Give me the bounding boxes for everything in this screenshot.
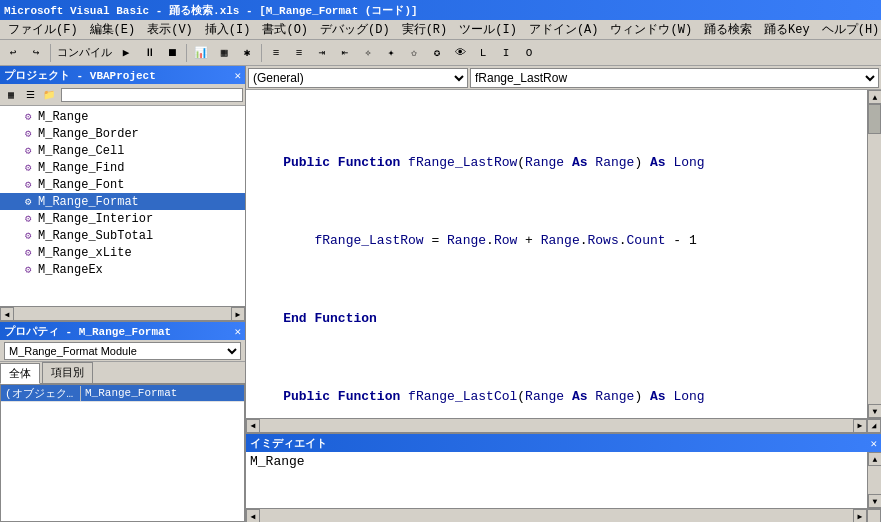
immediate-close[interactable]: ✕ bbox=[870, 437, 877, 450]
toolbar-watch[interactable]: 👁 bbox=[449, 42, 471, 64]
module-icon: ⚙ bbox=[20, 262, 36, 278]
menu-search1[interactable]: 踊る検索 bbox=[698, 19, 758, 40]
imm-vscroll-up[interactable]: ▲ bbox=[868, 452, 881, 466]
toolbar-undo[interactable]: ↩ bbox=[2, 42, 24, 64]
properties-panel: プロパティ - M_Range_Format ✕ M_Range_Format … bbox=[0, 322, 245, 522]
vscroll-track[interactable] bbox=[868, 104, 881, 404]
module-icon: ⚙ bbox=[20, 177, 36, 193]
imm-vscroll-track[interactable] bbox=[868, 466, 881, 494]
toolbar-form[interactable]: ▦ bbox=[213, 42, 235, 64]
props-row-name[interactable]: (オブジェクト名) M_Range_Format bbox=[1, 385, 244, 402]
properties-title: プロパティ - M_Range_Format bbox=[4, 324, 171, 339]
toolbar-cursor[interactable]: ✱ bbox=[236, 42, 258, 64]
code-line: Public Function fRange_LastCol(Range As … bbox=[252, 387, 861, 407]
immediate-panel: イミディエイト ✕ M_Range ▲ ▼ ◀ ▶ bbox=[246, 432, 881, 522]
project-title: プロジェクト - VBAProject bbox=[4, 68, 156, 83]
project-tree: ⚙ M_Range ⚙ M_Range_Border ⚙ M_Range_Cel… bbox=[0, 106, 245, 306]
hscroll-left2[interactable]: ◀ bbox=[246, 419, 260, 433]
hscroll-right[interactable]: ▶ bbox=[231, 307, 245, 321]
module-icon: ⚙ bbox=[20, 228, 36, 244]
imm-hscroll-container: ◀ ▶ bbox=[246, 509, 881, 522]
tree-item-M_Range_Font[interactable]: ⚙ M_Range_Font bbox=[0, 176, 245, 193]
toolbar-imm[interactable]: I bbox=[495, 42, 517, 64]
props-key: (オブジェクト名) bbox=[1, 386, 81, 401]
hscroll-track2[interactable] bbox=[260, 421, 853, 431]
tab-items[interactable]: 項目別 bbox=[42, 362, 93, 383]
toolbar-bp4[interactable]: ✪ bbox=[426, 42, 448, 64]
toolbar-insert[interactable]: コンパイル bbox=[54, 42, 114, 64]
proj-btn-folder[interactable]: 📁 bbox=[40, 86, 58, 104]
module-icon: ⚙ bbox=[20, 143, 36, 159]
menu-addins[interactable]: アドイン(A) bbox=[523, 19, 605, 40]
toolbar-chart[interactable]: 📊 bbox=[190, 42, 212, 64]
props-content: (オブジェクト名) M_Range_Format bbox=[0, 384, 245, 522]
immediate-header: イミディエイト ✕ bbox=[246, 434, 881, 452]
code-content[interactable]: Public Function fRange_LastRow(Range As … bbox=[246, 90, 867, 418]
tree-item-M_Range_xLite[interactable]: ⚙ M_Range_xLite bbox=[0, 244, 245, 261]
props-select[interactable]: M_Range_Format Module bbox=[4, 342, 241, 360]
tree-item-M_Range_Find[interactable]: ⚙ M_Range_Find bbox=[0, 159, 245, 176]
tree-label: M_Range_Cell bbox=[38, 144, 124, 158]
props-toolbar: M_Range_Format Module bbox=[0, 340, 245, 362]
code-select-left[interactable]: (General) bbox=[248, 68, 468, 88]
tree-item-M_Range_Interior[interactable]: ⚙ M_Range_Interior bbox=[0, 210, 245, 227]
tree-item-M_Range_Cell[interactable]: ⚙ M_Range_Cell bbox=[0, 142, 245, 159]
toolbar: ↩ ↪ コンパイル ▶ ⏸ ⏹ 📊 ▦ ✱ ≡ ≡ ⇥ ⇤ ✧ ✦ ✩ ✪ 👁 … bbox=[0, 40, 881, 66]
tree-item-M_Range_Format[interactable]: ⚙ M_Range_Format bbox=[0, 193, 245, 210]
vscroll-down[interactable]: ▼ bbox=[868, 404, 881, 418]
imm-hscroll-right[interactable]: ▶ bbox=[853, 509, 867, 522]
toolbar-align2[interactable]: ≡ bbox=[288, 42, 310, 64]
menu-format[interactable]: 書式(O) bbox=[256, 19, 314, 40]
project-header: プロジェクト - VBAProject ✕ bbox=[0, 66, 245, 84]
menu-debug[interactable]: デバッグ(D) bbox=[314, 19, 396, 40]
hscroll-left[interactable]: ◀ bbox=[0, 307, 14, 321]
menu-file[interactable]: ファイル(F) bbox=[2, 19, 84, 40]
code-vscroll: ▲ ▼ bbox=[867, 90, 881, 418]
proj-btn-view[interactable]: ▦ bbox=[2, 86, 20, 104]
toolbar-align3[interactable]: ⇥ bbox=[311, 42, 333, 64]
toolbar-locals[interactable]: L bbox=[472, 42, 494, 64]
toolbar-redo[interactable]: ↪ bbox=[25, 42, 47, 64]
imm-hscroll-track[interactable] bbox=[260, 511, 853, 521]
immediate-content[interactable]: M_Range bbox=[246, 452, 867, 508]
code-line bbox=[252, 348, 861, 368]
tree-item-M_Range_Border[interactable]: ⚙ M_Range_Border bbox=[0, 125, 245, 142]
proj-btn-list[interactable]: ☰ bbox=[21, 86, 39, 104]
toolbar-bp2[interactable]: ✦ bbox=[380, 42, 402, 64]
toolbar-btn3[interactable]: ⏹ bbox=[161, 42, 183, 64]
menu-view[interactable]: 表示(V) bbox=[141, 19, 199, 40]
menu-tools[interactable]: ツール(I) bbox=[453, 19, 523, 40]
code-line: Public Function fRange_LastRow(Range As … bbox=[252, 153, 861, 173]
project-close[interactable]: ✕ bbox=[234, 69, 241, 82]
properties-close[interactable]: ✕ bbox=[234, 325, 241, 338]
code-area-wrapper: Public Function fRange_LastRow(Range As … bbox=[246, 90, 881, 418]
vscroll-thumb[interactable] bbox=[868, 104, 881, 134]
toolbar-sep3 bbox=[261, 44, 262, 62]
menu-edit[interactable]: 編集(E) bbox=[84, 19, 142, 40]
toolbar-align4[interactable]: ⇤ bbox=[334, 42, 356, 64]
tree-item-M_Range[interactable]: ⚙ M_Range bbox=[0, 108, 245, 125]
toolbar-align1[interactable]: ≡ bbox=[265, 42, 287, 64]
toolbar-btn1[interactable]: ▶ bbox=[115, 42, 137, 64]
right-panel: (General) fRange_LastRow Public Function… bbox=[246, 66, 881, 522]
menu-run[interactable]: 実行(R) bbox=[396, 19, 454, 40]
tree-item-M_RangeEx[interactable]: ⚙ M_RangeEx bbox=[0, 261, 245, 278]
vscroll-up[interactable]: ▲ bbox=[868, 90, 881, 104]
menu-search2[interactable]: 踊るKey bbox=[758, 19, 816, 40]
menu-insert[interactable]: 挿入(I) bbox=[199, 19, 257, 40]
tab-all[interactable]: 全体 bbox=[0, 363, 40, 384]
menu-help[interactable]: ヘルプ(H) bbox=[816, 19, 881, 40]
imm-vscroll-down[interactable]: ▼ bbox=[868, 494, 881, 508]
tree-label: M_Range_SubTotal bbox=[38, 229, 153, 243]
imm-hscroll-left[interactable]: ◀ bbox=[246, 509, 260, 522]
toolbar-bp1[interactable]: ✧ bbox=[357, 42, 379, 64]
hscroll-right2[interactable]: ▶ bbox=[853, 419, 867, 433]
menu-window[interactable]: ウィンドウ(W) bbox=[604, 19, 698, 40]
tree-item-M_Range_SubTotal[interactable]: ⚙ M_Range_SubTotal bbox=[0, 227, 245, 244]
code-select-right[interactable]: fRange_LastRow bbox=[470, 68, 879, 88]
toolbar-bp3[interactable]: ✩ bbox=[403, 42, 425, 64]
toolbar-sep1 bbox=[50, 44, 51, 62]
proj-search[interactable] bbox=[61, 88, 243, 102]
toolbar-btn2[interactable]: ⏸ bbox=[138, 42, 160, 64]
toolbar-objbr[interactable]: O bbox=[518, 42, 540, 64]
